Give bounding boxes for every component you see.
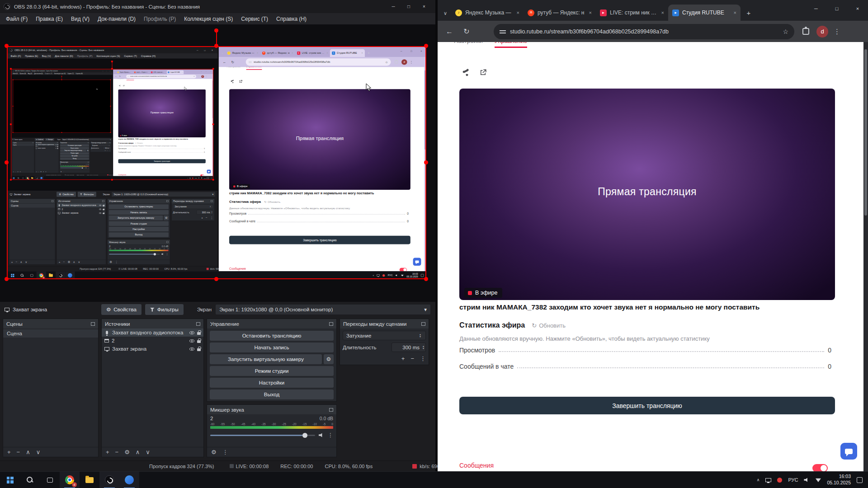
selection-handle-topleft[interactable]	[13, 79, 14, 80]
scrollbar-thumb[interactable]	[864, 49, 867, 216]
action-center-icon[interactable]	[857, 477, 863, 483]
properties-button[interactable]: ⚙ Свойства	[57, 192, 76, 197]
menu-profile[interactable]: Профиль (P)	[140, 16, 180, 22]
language-indicator[interactable]: РУС	[195, 178, 197, 179]
close-button[interactable]: ×	[208, 47, 216, 52]
screen-select[interactable]: Экран 1: 868x488 @ 0,0 (Основной монит…	[61, 138, 112, 141]
selection-handle-right[interactable]	[110, 106, 111, 107]
volume-tray-icon[interactable]	[804, 478, 809, 482]
menu-scene-collection[interactable]: Коллекция сцен (S)	[53, 73, 66, 74]
address-bar[interactable]: studio.rutube.ru/stream/b30f6b96704ad068…	[126, 75, 196, 78]
menu-scene-collection[interactable]: Коллекция сцен (S)	[94, 54, 122, 57]
menu-docks[interactable]: Док-панели (D)	[53, 54, 75, 57]
remove-scene-button[interactable]: −	[16, 261, 18, 264]
remove-scene-button[interactable]: −	[17, 449, 20, 455]
back-icon[interactable]: ←	[222, 60, 227, 64]
scene-up-button[interactable]: ∧	[18, 171, 19, 172]
popout-icon[interactable]	[88, 142, 89, 143]
selection-handle-bottomright[interactable]	[110, 132, 111, 133]
selection-handle-top[interactable]	[111, 68, 113, 70]
source-properties-button[interactable]: ⚙	[68, 261, 71, 264]
refresh-stats-button[interactable]: ↻ Обновить	[532, 322, 566, 329]
source-row-screen[interactable]: Захват экрана	[35, 147, 59, 149]
scene-down-button[interactable]: ∨	[25, 261, 27, 264]
remove-source-button[interactable]: −	[115, 449, 119, 455]
transition-select[interactable]: Затухание ▴▾	[173, 204, 213, 209]
tab-live-stream[interactable]: ▶ LIVE: стрим ник МА ×	[150, 70, 167, 74]
popout-icon[interactable]	[329, 322, 333, 326]
menu-edit[interactable]: Правка (E)	[19, 73, 27, 74]
selection-handle-left[interactable]	[10, 123, 12, 125]
selection-handle-left[interactable]	[5, 160, 9, 164]
selection-handle-right[interactable]	[424, 160, 428, 164]
bookmark-star-icon[interactable]: ☆	[385, 60, 388, 64]
add-transition-button[interactable]: +	[105, 150, 106, 151]
tab-close-icon[interactable]: ×	[661, 10, 664, 15]
popout-icon[interactable]	[91, 322, 95, 326]
studio-mode-button[interactable]: Режим студии	[109, 221, 169, 225]
tab-rutube-studio[interactable]: ▶ Студия RUTUBE ×	[330, 49, 365, 57]
selection-handle-bottom[interactable]	[61, 132, 62, 133]
menu-view[interactable]: Вид (V)	[27, 73, 33, 74]
menu-view[interactable]: Вид (V)	[40, 54, 52, 57]
extensions-icon[interactable]	[802, 28, 809, 35]
scene-list-item[interactable]: Сцена	[9, 204, 55, 208]
bookmark-star-icon[interactable]: ☆	[193, 75, 195, 77]
open-external-icon[interactable]	[123, 85, 125, 87]
site-settings-icon[interactable]	[127, 76, 129, 77]
maximize-button[interactable]: □	[826, 0, 847, 17]
task-view-button[interactable]	[21, 176, 25, 180]
browser-menu-kebab[interactable]: ⋮	[205, 75, 207, 77]
transition-options-kebab[interactable]: ⋮	[420, 355, 426, 362]
scrollbar-thumb[interactable]	[212, 80, 213, 118]
close-button[interactable]: ×	[416, 1, 432, 12]
share-icon[interactable]	[461, 68, 470, 77]
refresh-stats-button[interactable]: ↻ Обновить	[135, 142, 143, 144]
tab-rutube-studio[interactable]: ▶ Студия RUTUBE ×	[668, 5, 741, 21]
minimize-button[interactable]: ─	[101, 70, 105, 72]
selection-handle-bottom[interactable]	[214, 277, 218, 281]
tab-live-stream[interactable]: ▶ LIVE: стрим ник МА ×	[295, 49, 330, 57]
messages-section-label[interactable]: Сообщения	[118, 174, 127, 176]
source-row-audio[interactable]: Захват входного аудиопотока	[102, 328, 203, 337]
maximize-button[interactable]: □	[201, 47, 208, 52]
popout-icon[interactable]	[421, 322, 425, 326]
lock-icon[interactable]	[57, 148, 58, 149]
stop-streaming-button[interactable]: Остановить трансляцию	[210, 331, 334, 341]
speaker-icon[interactable]	[161, 253, 164, 255]
taskbar-clock[interactable]: 16:03 05.10.2025	[204, 177, 209, 179]
tab-rutube-search[interactable]: Я рутуб — Яндекс: н ×	[133, 70, 150, 74]
reload-icon[interactable]: ↻	[461, 27, 472, 36]
stop-streaming-button[interactable]: Остановить трансляцию	[109, 204, 169, 209]
volume-slider-knob[interactable]	[154, 253, 156, 255]
menu-scene-collection[interactable]: Коллекция сцен (S)	[180, 16, 237, 22]
taskbar-explorer-button[interactable]	[80, 472, 99, 488]
selection-handle-bottomleft[interactable]	[10, 179, 12, 181]
duration-input[interactable]: 300 ms ▴▾	[197, 210, 213, 215]
menu-tools[interactable]: Сервис (Т)	[66, 73, 75, 74]
close-button[interactable]: ×	[108, 70, 112, 72]
duration-input[interactable]: 300 ms ▴▾	[392, 343, 426, 352]
taskbar-app-button[interactable]	[39, 176, 44, 180]
taskbar-app-button[interactable]	[65, 272, 75, 279]
menu-file[interactable]: Файл (F)	[2, 16, 32, 22]
minimize-button[interactable]: ─	[193, 47, 201, 52]
transition-select[interactable]: Затухание ▴▾	[91, 144, 111, 146]
source-properties-button[interactable]: ⚙	[40, 171, 42, 172]
mixer-menu-kebab[interactable]: ⋮	[63, 171, 65, 172]
support-chat-button[interactable]	[840, 443, 857, 460]
new-tab-button[interactable]: +	[366, 50, 372, 56]
selection-handle-left[interactable]	[13, 106, 14, 107]
speaker-icon[interactable]	[319, 433, 324, 437]
exit-button[interactable]: Выход	[60, 158, 89, 160]
open-external-icon[interactable]	[239, 80, 243, 84]
lock-icon[interactable]	[197, 348, 201, 351]
tab-yandex-music[interactable]: ♪ Яндекс Музыка — ×	[116, 70, 133, 74]
reload-icon[interactable]: ↻	[230, 60, 236, 64]
selection-handle-topleft[interactable]	[5, 44, 9, 48]
taskbar-obs-button[interactable]	[99, 472, 119, 488]
menu-docks[interactable]: Док-панели (D)	[94, 16, 140, 22]
address-bar[interactable]: studio.rutube.ru/stream/b30f6b96704ad068…	[494, 24, 794, 39]
tab-yandex-music[interactable]: ♪ Яндекс Музыка — ×	[451, 5, 524, 21]
start-recording-button[interactable]: Начать запись	[109, 210, 169, 215]
